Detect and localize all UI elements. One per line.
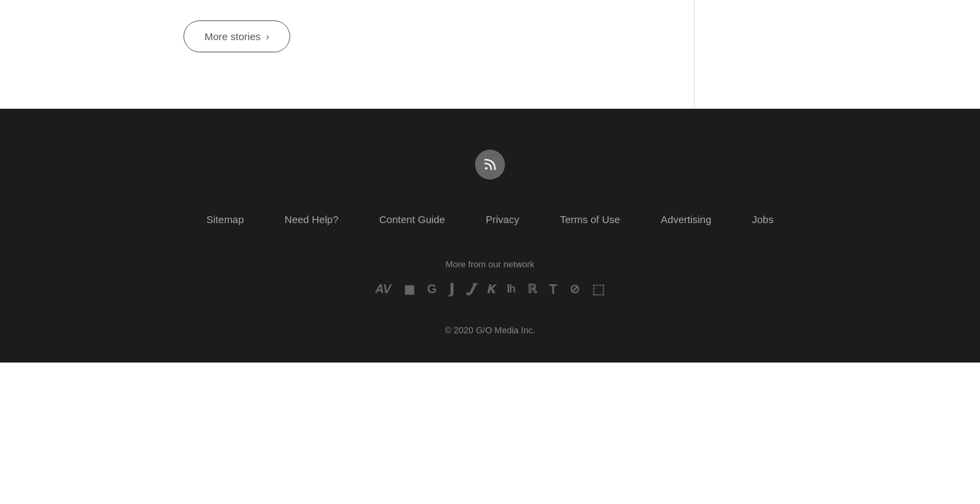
footer-link-content-guide[interactable]: Content Guide [379,214,445,225]
more-stories-label: More stories [205,31,261,42]
network-label: More from our network [446,259,535,269]
b-network-icon[interactable]: ◼ [404,281,415,297]
copyright-company: G/O Media Inc. [476,325,535,335]
footer-link-privacy[interactable]: Privacy [486,214,519,225]
footer-link-terms[interactable]: Terms of Use [560,214,620,225]
rss-icon-button[interactable] [475,150,505,180]
chevron-right-icon: › [266,31,270,42]
circle-slash-network-icon[interactable]: ⊘ [570,282,580,297]
footer-link-jobs[interactable]: Jobs [752,214,774,225]
svg-point-0 [485,167,488,170]
ih-network-icon[interactable]: Ih [507,283,515,295]
k-network-icon[interactable]: 𝙆 [487,282,495,297]
t-network-icon[interactable]: T [549,282,557,297]
network-icons-list: AV ◼ G 𝗝 𝑱 𝙆 Ih ℝ T ⊘ ⬚ [375,280,605,298]
footer-link-advertising[interactable]: Advertising [661,214,711,225]
rss-icon [483,157,497,172]
footer-link-help[interactable]: Need Help? [285,214,338,225]
copyright: © 2020 G/O Media Inc. [444,325,535,335]
box-network-icon[interactable]: ⬚ [592,281,605,297]
j1-network-icon[interactable]: 𝗝 [449,280,455,298]
av-network-icon[interactable]: AV [375,282,391,297]
copyright-prefix: © 2020 [444,325,473,335]
footer-nav: Sitemap Need Help? Content Guide Privacy… [207,214,773,225]
top-section: More stories › [0,0,980,109]
network-section: More from our network AV ◼ G 𝗝 𝑱 𝙆 Ih ℝ … [375,259,605,298]
g-network-icon[interactable]: G [427,282,437,297]
footer: Sitemap Need Help? Content Guide Privacy… [0,109,980,363]
j2-network-icon[interactable]: 𝑱 [467,280,474,298]
more-stories-button[interactable]: More stories › [183,20,290,52]
footer-link-sitemap[interactable]: Sitemap [207,214,244,225]
r-network-icon[interactable]: ℝ [527,282,537,297]
